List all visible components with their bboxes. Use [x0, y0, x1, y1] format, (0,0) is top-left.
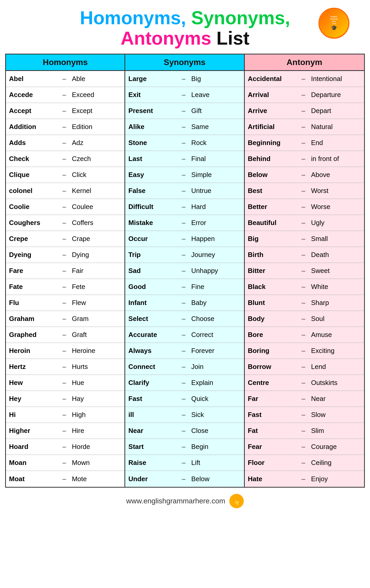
word-cell: Moat [6, 473, 59, 485]
dash-cell: – [179, 377, 188, 389]
table-row: Accurate–Correct [125, 327, 244, 343]
word-cell: Blunt [245, 297, 299, 309]
word-cell: Graphed [6, 329, 59, 341]
table-row: Present–Gift [125, 103, 244, 119]
meaning-cell: Sharp [308, 297, 364, 309]
table-row: Mistake–Error [125, 215, 244, 231]
meaning-cell: Hay [69, 393, 124, 405]
dash-cell: – [298, 121, 308, 133]
dash-cell: – [179, 361, 188, 373]
table-row: Graham–Gram [6, 311, 124, 327]
meaning-cell: Gift [188, 105, 244, 117]
dash-cell: – [179, 73, 188, 85]
dash-cell: – [59, 265, 69, 277]
table-row: Accidental–Intentional [245, 71, 364, 87]
dash-cell: – [59, 201, 69, 213]
dash-cell: – [59, 361, 69, 373]
word-cell: Fate [6, 281, 59, 293]
dash-cell: – [59, 313, 69, 325]
antonyms-column: Antonym Accidental–IntentionalArrival–De… [245, 54, 364, 487]
dash-cell: – [179, 441, 188, 453]
word-cell: Heroin [6, 345, 59, 357]
dash-cell: – [179, 233, 188, 245]
dash-cell: – [298, 313, 308, 325]
meaning-cell: Graft [69, 329, 124, 341]
table-row: Fast–Slow [245, 407, 364, 423]
antonyms-header: Antonym [245, 54, 364, 71]
dash-cell: – [298, 377, 308, 389]
table-row: Far–Near [245, 391, 364, 407]
meaning-cell: Edition [69, 121, 124, 133]
dash-cell: – [179, 425, 188, 437]
meaning-cell: Journey [188, 249, 244, 261]
meaning-cell: Below [188, 473, 244, 485]
meaning-cell: Rock [188, 137, 244, 149]
footer-url: www.englishgrammarhere.com [126, 497, 225, 505]
word-cell: Fat [245, 425, 299, 437]
meaning-cell: Same [188, 121, 244, 133]
meaning-cell: Ugly [308, 217, 364, 229]
dash-cell: – [179, 457, 188, 469]
meaning-cell: Baby [188, 297, 244, 309]
word-cell: Arrival [245, 89, 299, 101]
table-row: Alike–Same [125, 119, 244, 135]
meaning-cell: Hurts [69, 361, 124, 373]
table-row: Floor–Ceiling [245, 455, 364, 471]
table-row: Moan–Mown [6, 455, 124, 471]
synonyms-body: Large–BigExit–LeavePresent–GiftAlike–Sam… [125, 71, 244, 487]
word-cell: Fast [125, 393, 179, 405]
table-row: Fare–Fair [6, 263, 124, 279]
meaning-cell: Worse [308, 201, 364, 213]
table-row: Large–Big [125, 71, 244, 87]
logo-badge: EnglishGrammarHere.Com 🎓 [318, 8, 349, 39]
dash-cell: – [179, 249, 188, 261]
meaning-cell: Heroine [69, 345, 124, 357]
table-row: Start–Begin [125, 439, 244, 455]
dash-cell: – [298, 153, 308, 165]
meaning-cell: Fair [69, 265, 124, 277]
table-row: Bitter–Sweet [245, 263, 364, 279]
word-cell: Alike [125, 121, 179, 133]
meaning-cell: Forever [188, 345, 244, 357]
title-section: Homonyms, Synonyms, Antonyms List Englis… [5, 8, 365, 49]
word-cell: Start [125, 441, 179, 453]
word-cell: Exit [125, 89, 179, 101]
dash-cell: – [179, 137, 188, 149]
word-cell: Beautiful [245, 217, 299, 229]
table-row: Difficult–Hard [125, 199, 244, 215]
title-synonyms: Synonyms, [191, 7, 290, 28]
word-cell: Fear [245, 441, 299, 453]
dash-cell: – [298, 457, 308, 469]
dash-cell: – [59, 329, 69, 341]
table-row: Hey–Hay [6, 391, 124, 407]
table-row: Under–Below [125, 471, 244, 487]
dash-cell: – [298, 73, 308, 85]
table-row: Heroin–Heroine [6, 343, 124, 359]
dash-cell: – [59, 297, 69, 309]
table-row: Blunt–Sharp [245, 295, 364, 311]
word-cell: Bitter [245, 265, 299, 277]
meaning-cell: Flew [69, 297, 124, 309]
meaning-cell: Happen [188, 233, 244, 245]
word-cell: Graham [6, 313, 59, 325]
word-cell: Present [125, 105, 179, 117]
meaning-cell: Big [188, 73, 244, 85]
table-row: Coolie–Coulee [6, 199, 124, 215]
table-row: Last–Final [125, 151, 244, 167]
meaning-cell: Sick [188, 409, 244, 421]
table-row: Behind–in front of [245, 151, 364, 167]
meaning-cell: High [69, 409, 124, 421]
meaning-cell: Crape [69, 233, 124, 245]
word-cell: Coughers [6, 217, 59, 229]
dash-cell: – [298, 473, 308, 485]
meaning-cell: Hue [69, 377, 124, 389]
word-cell: Addition [6, 121, 59, 133]
word-cell: ill [125, 409, 179, 421]
meaning-cell: Simple [188, 169, 244, 181]
table-row: Bore–Amuse [245, 327, 364, 343]
table-row: Borrow–Lend [245, 359, 364, 375]
dash-cell: – [179, 393, 188, 405]
table-row: ill–Sick [125, 407, 244, 423]
table-row: Boring–Exciting [245, 343, 364, 359]
dash-cell: – [298, 105, 308, 117]
